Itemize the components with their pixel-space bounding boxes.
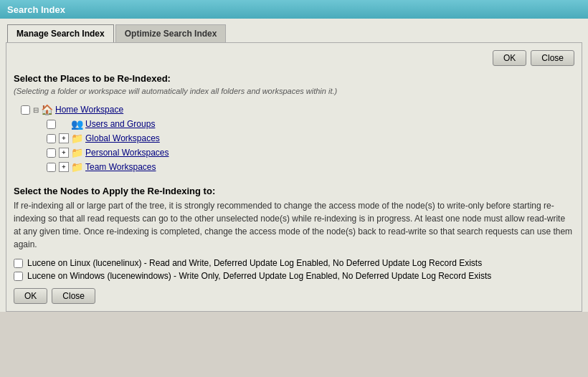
reindex-title: Select the Places to be Re-Indexed:: [14, 73, 574, 84]
ok-button-top[interactable]: OK: [493, 50, 526, 66]
global-icon: 📁: [70, 132, 83, 145]
tree-personal-checkbox[interactable]: [47, 148, 56, 158]
tree-root-label[interactable]: Home Workspace: [55, 105, 123, 115]
tree-users-checkbox[interactable]: [47, 120, 56, 129]
tree-personal-label[interactable]: Personal Workspaces: [85, 148, 169, 158]
tree-root-checkbox[interactable]: [21, 105, 30, 115]
tree-personal-row: + 📁 Personal Workspaces: [47, 145, 574, 160]
tree-personal-expander[interactable]: +: [59, 148, 69, 158]
node-linux-label: Lucene on Linux (lucenelinux) - Read and…: [27, 258, 482, 268]
tree-team-row: + 📁 Team Workspaces: [47, 160, 574, 174]
tree-global-expander[interactable]: +: [59, 133, 69, 143]
tree-team-expander[interactable]: +: [59, 162, 69, 172]
ok-button-bottom[interactable]: OK: [14, 288, 47, 304]
tree-container: ⊟ 🏠 Home Workspace 👥 Users and Groups +: [21, 102, 574, 174]
nodes-section: Select the Nodes to Apply the Re-Indexin…: [14, 186, 574, 281]
close-button-bottom[interactable]: Close: [52, 288, 95, 304]
personal-icon: 📁: [70, 146, 83, 159]
bottom-toolbar: OK Close: [14, 288, 574, 304]
title-bar: Search Index: [0, 0, 588, 19]
team-icon: 📁: [70, 161, 83, 173]
nodes-title: Select the Nodes to Apply the Re-Indexin…: [14, 186, 574, 196]
tab-optimize[interactable]: Optimize Search Index: [115, 24, 227, 42]
node-linux-item: Lucene on Linux (lucenelinux) - Read and…: [14, 258, 574, 268]
panel: OK Close Select the Places to be Re-Inde…: [6, 42, 582, 312]
close-button-top[interactable]: Close: [531, 50, 574, 66]
tree-global-checkbox[interactable]: [47, 134, 56, 143]
tree-global-label[interactable]: Global Workspaces: [85, 133, 160, 143]
tree-users-row: 👥 Users and Groups: [47, 117, 574, 131]
tree-team-checkbox[interactable]: [47, 163, 56, 172]
reindex-subtitle: (Selecting a folder or workspace will au…: [14, 87, 574, 95]
tree-root-row: ⊟ 🏠 Home Workspace: [21, 102, 574, 117]
tab-manage[interactable]: Manage Search Index: [7, 24, 114, 42]
main-content: Manage Search Index Optimize Search Inde…: [0, 19, 588, 312]
nodes-description: If re-indexing all or large part of the …: [14, 199, 574, 251]
tabs-row: Manage Search Index Optimize Search Inde…: [0, 19, 588, 42]
tree-global-row: + 📁 Global Workspaces: [47, 131, 574, 145]
tree-children: 👥 Users and Groups + 📁 Global Workspaces…: [47, 117, 574, 174]
tree-root-expander: ⊟: [33, 106, 39, 114]
toolbar-row: OK Close: [14, 50, 574, 66]
title-bar-text: Search Index: [7, 4, 65, 15]
node-windows-checkbox[interactable]: [14, 272, 23, 281]
home-workspace-icon: 🏠: [40, 103, 53, 116]
tree-users-label[interactable]: Users and Groups: [85, 119, 155, 129]
users-icon: 👥: [70, 118, 83, 130]
node-windows-label: Lucene on Windows (lucenewindows) - Writ…: [27, 271, 491, 281]
tree-team-label[interactable]: Team Workspaces: [85, 162, 156, 172]
node-linux-checkbox[interactable]: [14, 259, 23, 268]
node-windows-item: Lucene on Windows (lucenewindows) - Writ…: [14, 271, 574, 281]
